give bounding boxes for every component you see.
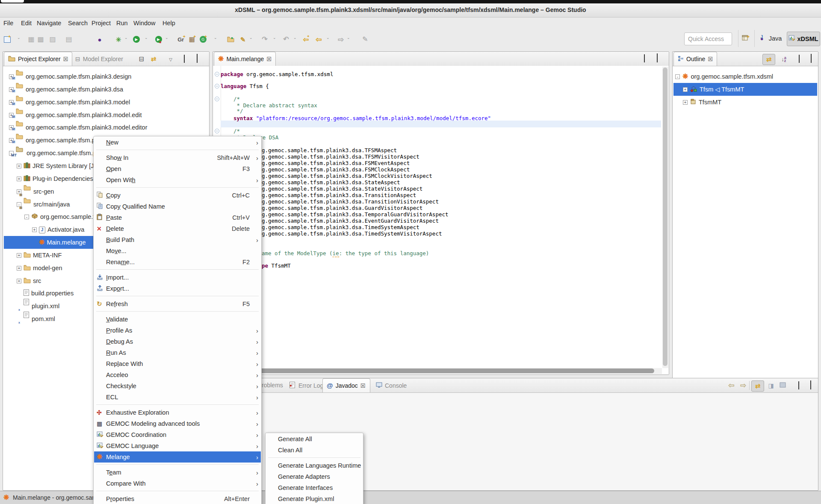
menubar-item-search[interactable]: Search bbox=[68, 20, 88, 27]
menu-item-acceleo[interactable]: Acceleo› bbox=[94, 369, 261, 380]
menu-item-delete[interactable]: ✕DeleteDelete bbox=[94, 223, 261, 234]
debug-icon[interactable]: ✳ bbox=[116, 35, 121, 44]
menu-item-melange[interactable]: ❋Melange› bbox=[94, 451, 261, 463]
menu-item-replace-with[interactable]: Replace With› bbox=[94, 358, 261, 369]
expand-icon[interactable]: + bbox=[683, 87, 688, 92]
horizontal-scrollbar-thumb[interactable] bbox=[215, 368, 654, 373]
toolbar-button-load-model[interactable]: ● bbox=[227, 34, 237, 44]
close-icon[interactable]: ☒ bbox=[63, 56, 68, 62]
panel-button-maximize[interactable] bbox=[805, 380, 817, 391]
toolbar-button-debug[interactable]: ✳ bbox=[114, 34, 123, 44]
save-icon[interactable]: ▦ bbox=[28, 35, 34, 44]
panel-button-back[interactable]: ⇦ bbox=[725, 380, 737, 391]
menu-item-generate-languages-runtime[interactable]: Generate Languages Runtime bbox=[266, 460, 363, 471]
toolbar-button-new-package[interactable]: ▦✦ bbox=[189, 34, 198, 44]
outline-item-tfsm-tfsmmt[interactable]: +Tfsm ◁ TfsmMT bbox=[673, 83, 817, 96]
tree-item-org-gemoc-sample-tfsm-plaink3-model[interactable]: +Morg.gemoc.sample.tfsm.plaink3.model bbox=[4, 96, 208, 109]
close-icon[interactable]: ☒ bbox=[266, 56, 272, 62]
toolbar-button-pencil[interactable]: ✎ bbox=[360, 34, 370, 44]
save-all-icon[interactable]: ▩ bbox=[37, 35, 44, 44]
panel-button-link-with-editor-pressed[interactable]: ⇄ bbox=[762, 54, 775, 65]
forward-history-icon[interactable]: ⇨ bbox=[338, 35, 344, 44]
toolbar-button-last-edit-location[interactable]: ⇦✦ bbox=[303, 34, 312, 44]
tab-error-log[interactable]: ●Error Log bbox=[286, 378, 327, 392]
expand-icon[interactable]: + bbox=[17, 164, 21, 168]
menu-item-import-[interactable]: Import... bbox=[94, 272, 261, 283]
menu-item-compare-with[interactable]: Compare With› bbox=[94, 478, 261, 489]
new-wizard-icon[interactable]: ✦ bbox=[4, 35, 14, 44]
close-icon[interactable]: ☒ bbox=[708, 56, 713, 62]
menu-item-run-as[interactable]: Run As› bbox=[94, 347, 261, 358]
menu-item-open[interactable]: OpenF3 bbox=[94, 163, 261, 174]
expand-icon[interactable]: + bbox=[683, 100, 688, 105]
menu-item-build-path[interactable]: Build Path› bbox=[94, 234, 261, 245]
menu-item-team[interactable]: Team› bbox=[94, 467, 261, 478]
menu-item-refresh[interactable]: ↻RefreshF5 bbox=[94, 298, 261, 309]
tab-main-melange[interactable]: ❋Main.melange☒ bbox=[214, 52, 276, 66]
dropdown-chevron-icon[interactable]: ⌄ bbox=[347, 35, 350, 40]
dropdown-chevron-icon[interactable]: ⌄ bbox=[249, 35, 253, 40]
collapse-icon[interactable]: - bbox=[24, 215, 29, 219]
editor-minimize-button[interactable] bbox=[641, 55, 648, 62]
dropdown-chevron-icon[interactable]: ⌄ bbox=[293, 35, 297, 40]
pencil-icon[interactable]: ✎ bbox=[362, 35, 368, 44]
menu-item-export-[interactable]: Export... bbox=[94, 283, 261, 294]
menu-item-clean-all[interactable]: Clean All bbox=[266, 445, 363, 456]
toolbar-button-next-annotation[interactable]: ↷ bbox=[260, 34, 269, 44]
dropdown-chevron-icon[interactable]: ⌄ bbox=[214, 35, 217, 40]
tree-item-org-gemoc-sample-tfsm-plaink3-design[interactable]: +Morg.gemoc.sample.tfsm.plaink3.design bbox=[4, 70, 208, 83]
menu-item-copy[interactable]: CopyCtrl+C bbox=[94, 190, 261, 201]
fold-collapse-icon[interactable]: − bbox=[215, 97, 219, 101]
tree-item-org-gemoc-sample-tfsm-plaink3-model-edit[interactable]: +Morg.gemoc.sample.tfsm.plaink3.model.ed… bbox=[4, 109, 208, 121]
expand-icon[interactable]: + bbox=[17, 177, 21, 181]
tree-item-org-gemoc-sample-tfsm-plaink3-model-editor[interactable]: +Morg.gemoc.sample.tfsm.plaink3.model.ed… bbox=[4, 121, 208, 134]
menu-item-generate-adapters[interactable]: Generate Adapters bbox=[266, 471, 363, 482]
toolbar-button-run-external-tools[interactable]: ▶■ bbox=[155, 34, 164, 44]
mark-occurrences-icon[interactable]: ✎ bbox=[240, 35, 246, 44]
vertical-scrollbar-thumb[interactable] bbox=[663, 68, 667, 366]
dropdown-chevron-icon[interactable]: ⌄ bbox=[165, 35, 168, 40]
toolbar-button-save-all[interactable]: ▩ bbox=[36, 34, 45, 44]
menubar-item-help[interactable]: Help bbox=[162, 20, 175, 27]
tree-item-org-gemoc-sample-tfsm-plaink3-dsa[interactable]: +Morg.gemoc.sample.tfsm.plaink3.dsa bbox=[4, 83, 208, 96]
expand-icon[interactable]: + bbox=[32, 227, 37, 232]
menu-item-exhaustive-exploration[interactable]: ✣Exhaustive Exploration› bbox=[94, 407, 261, 418]
menubar-item-run[interactable]: Run bbox=[116, 20, 128, 27]
perspective-java[interactable]: ●JJava bbox=[758, 32, 784, 44]
toolbar-button-run[interactable]: ▶ bbox=[132, 34, 141, 44]
last-edit-location-icon[interactable]: ⇦✦ bbox=[303, 35, 312, 44]
menu-item-rename-[interactable]: Rename...F2 bbox=[94, 256, 261, 268]
tab-javadoc[interactable]: @Javadoc☒ bbox=[322, 378, 370, 392]
expand-icon[interactable]: + bbox=[17, 279, 21, 283]
external-java-icon[interactable]: ● bbox=[97, 35, 101, 44]
editor-content[interactable]: package org.gemoc.sample.tfsm.xdsml−lang… bbox=[213, 66, 669, 374]
tab-console[interactable]: Console bbox=[372, 378, 410, 392]
menu-item-move-[interactable]: Move... bbox=[94, 245, 261, 256]
open-perspective-button[interactable]: ✦ bbox=[741, 34, 751, 44]
menu-item-paste[interactable]: PasteCtrl+V bbox=[94, 212, 261, 223]
menu-item-generate-plugin-xml[interactable]: Generate Plugin.xml bbox=[266, 493, 363, 504]
editor-maximize-button[interactable] bbox=[653, 55, 661, 62]
panel-button-display-selected-console[interactable] bbox=[777, 380, 789, 391]
toolbar-button-forward-history[interactable]: ⇨ bbox=[336, 34, 346, 44]
panel-button-maximize[interactable] bbox=[805, 54, 817, 64]
horizontal-scrollbar[interactable] bbox=[214, 368, 662, 374]
panel-button-pin-console[interactable]: ◨ bbox=[765, 380, 777, 391]
perspective-xdsml[interactable]: xDSML bbox=[787, 32, 820, 46]
toolbar-button-new-wizard[interactable]: ✦ bbox=[4, 34, 14, 44]
menubar-item-edit[interactable]: Edit bbox=[21, 20, 32, 27]
save-as-icon[interactable]: ▨ bbox=[49, 35, 56, 44]
menu-item-gemoc-coordination[interactable]: GEMOC Coordination› bbox=[94, 429, 261, 440]
expand-icon[interactable]: + bbox=[17, 253, 21, 258]
menu-item-validate[interactable]: Validate bbox=[94, 314, 261, 325]
menu-item-gemoc-language[interactable]: GEMOC Language› bbox=[94, 440, 261, 451]
dropdown-chevron-icon[interactable]: ⌄ bbox=[17, 35, 21, 40]
panel-button-minimize[interactable] bbox=[793, 380, 805, 391]
collapse-icon[interactable]: - bbox=[675, 74, 680, 79]
toolbar-button-print[interactable]: ▤ bbox=[64, 34, 74, 44]
new-package-icon[interactable]: ▦✦ bbox=[189, 35, 199, 44]
run-external-tools-icon[interactable]: ▶■ bbox=[155, 35, 164, 44]
panel-button-sort[interactable]: ↓az bbox=[778, 54, 790, 64]
menubar-item-window[interactable]: Window bbox=[133, 20, 156, 27]
toolbar-button-external-java[interactable]: ● bbox=[95, 34, 104, 44]
